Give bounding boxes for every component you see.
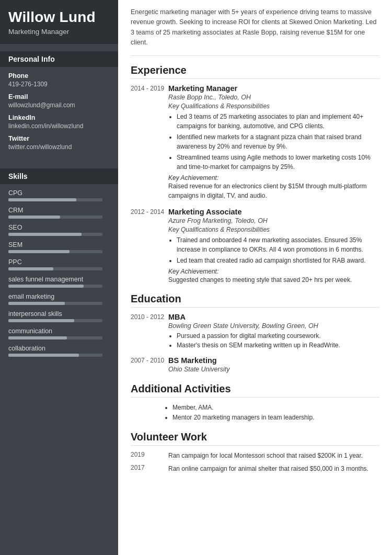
sidebar-header: Willow Lund Marketing Manager (0, 0, 118, 44)
experience-section: Experience 2014 - 2019 Marketing Manager… (131, 64, 379, 285)
skill-item: collaboration (8, 345, 110, 357)
skill-item: SEM (8, 241, 110, 253)
contact-label: Twitter (8, 135, 110, 142)
bullet-item: Led team that created radio ad campaign … (177, 256, 379, 265)
edu-bullet: Master's thesis on SEM marketing written… (177, 341, 379, 350)
personal-info-heading: Personal Info (0, 51, 118, 67)
experience-entry: 2012 - 2014 Marketing Associate Azure Fr… (131, 208, 379, 285)
skill-bar-bg (8, 285, 102, 288)
achievement-label: Key Achievement: (168, 174, 379, 182)
volunteer-section: Volunteer Work 2019 Ran campaign for loc… (131, 431, 379, 473)
edu-body: MBA Bowling Green State University, Bowl… (168, 313, 379, 350)
contact-value: willowzlund@gmail.com (8, 101, 110, 109)
skill-name: PPC (8, 258, 110, 266)
education-heading: Education (131, 293, 379, 308)
contact-label: E-mail (8, 93, 110, 100)
main-content: Energetic marketing manager with 5+ year… (118, 0, 392, 555)
edu-bullet: Pursued a passion for digital marketing … (177, 331, 379, 341)
candidate-name: Willow Lund (8, 9, 110, 26)
candidate-title: Marketing Manager (8, 28, 110, 36)
exp-subheading: Key Qualifications & Responsibilities (168, 103, 379, 110)
skill-name: interpersonal skills (8, 310, 110, 318)
activities-heading: Additional Activities (131, 383, 379, 398)
experience-heading: Experience (131, 64, 379, 79)
exp-body: Marketing Manager Rasle Bopp Inc., Toled… (168, 84, 379, 200)
skill-bar-bg (8, 336, 102, 339)
personal-info-section: Phone419-276-1309E-mailwillowzlund@gmail… (0, 67, 118, 161)
bullet-item: Identified new markets for a stagnant pi… (177, 132, 379, 151)
edu-school: Ohio State University (168, 366, 379, 373)
activities-section: Additional Activities Member, AMA.Mentor… (131, 383, 379, 423)
skills-section: CPG CRM SEO SEM PPC sales funnel managem… (0, 184, 118, 370)
skill-bar-fill (8, 354, 79, 357)
edu-body: BS Marketing Ohio State University (168, 356, 379, 375)
edu-dates: 2007 - 2010 (131, 356, 168, 375)
experience-entry: 2014 - 2019 Marketing Manager Rasle Bopp… (131, 84, 379, 200)
skill-bar-fill (8, 198, 76, 201)
sidebar: Willow Lund Marketing Manager Personal I… (0, 0, 118, 555)
skill-bar-bg (8, 198, 102, 201)
skill-bar-fill (8, 216, 60, 219)
skill-bar-bg (8, 216, 102, 219)
contact-value: twitter.com/willowzlund (8, 143, 110, 151)
education-entry: 2010 - 2012 MBA Bowling Green State Univ… (131, 313, 379, 350)
skill-bar-fill (8, 233, 82, 236)
edu-degree: MBA (168, 313, 379, 321)
contact-label: Phone (8, 72, 110, 80)
volunteer-text: Ran online campaign for animal shelter t… (168, 464, 368, 473)
summary: Energetic marketing manager with 5+ year… (131, 7, 379, 56)
volunteer-text: Ran campaign for local Montessori school… (168, 451, 363, 460)
contact-item: LinkedInlinkedin.com/in/willowzlund (8, 114, 110, 130)
skill-bar-bg (8, 233, 102, 236)
bullet-item: Trained and onboarded 4 new marketing as… (177, 235, 379, 254)
edu-degree: BS Marketing (168, 356, 379, 365)
skill-item: CRM (8, 207, 110, 219)
contact-value: 419-276-1309 (8, 81, 110, 88)
contact-item: E-mailwillowzlund@gmail.com (8, 93, 110, 109)
volunteer-year: 2017 (131, 464, 168, 473)
volunteer-entry: 2017 Ran online campaign for animal shel… (131, 464, 379, 473)
volunteer-heading: Volunteer Work (131, 431, 379, 446)
edu-bullets: Pursued a passion for digital marketing … (168, 331, 379, 350)
achievement-label: Key Achievement: (168, 268, 379, 275)
exp-body: Marketing Associate Azure Frog Marketing… (168, 208, 379, 285)
resume-layout: Willow Lund Marketing Manager Personal I… (0, 0, 392, 555)
education-section: Education 2010 - 2012 MBA Bowling Green … (131, 293, 379, 375)
skill-bar-fill (8, 319, 74, 322)
skill-bar-fill (8, 250, 70, 253)
edu-dates: 2010 - 2012 (131, 313, 168, 350)
experience-list: 2014 - 2019 Marketing Manager Rasle Bopp… (131, 84, 379, 285)
activity-item: Member, AMA. (172, 403, 379, 413)
exp-dates: 2014 - 2019 (131, 84, 168, 200)
skill-item: communication (8, 327, 110, 339)
exp-title: Marketing Associate (168, 208, 379, 216)
skill-name: SEM (8, 241, 110, 248)
exp-bullets: Trained and onboarded 4 new marketing as… (168, 235, 379, 265)
skill-name: communication (8, 327, 110, 335)
exp-bullets: Led 3 teams of 25 marketing associates t… (168, 112, 379, 172)
skill-item: CPG (8, 189, 110, 201)
contact-item: Phone419-276-1309 (8, 72, 110, 88)
skill-bar-bg (8, 354, 102, 357)
volunteer-list: 2019 Ran campaign for local Montessori s… (131, 451, 379, 473)
skill-name: sales funnel management (8, 276, 110, 283)
skill-item: PPC (8, 258, 110, 270)
exp-company: Rasle Bopp Inc., Toledo, OH (168, 94, 379, 101)
bullet-item: Streamlined teams using Agile methods to… (177, 153, 379, 172)
skill-bar-bg (8, 267, 102, 270)
exp-title: Marketing Manager (168, 84, 379, 93)
achievement-text: Raised revenue for an electronics client… (168, 182, 379, 200)
education-list: 2010 - 2012 MBA Bowling Green State Univ… (131, 313, 379, 375)
contact-value: linkedin.com/in/willowzlund (8, 122, 110, 130)
skill-item: SEO (8, 224, 110, 236)
skill-bar-fill (8, 267, 53, 270)
contact-item: Twittertwitter.com/willowzlund (8, 135, 110, 151)
volunteer-entry: 2019 Ran campaign for local Montessori s… (131, 451, 379, 460)
skills-heading: Skills (0, 168, 118, 184)
skill-bar-fill (8, 302, 65, 305)
skill-name: CRM (8, 207, 110, 214)
skill-item: interpersonal skills (8, 310, 110, 322)
skill-item: sales funnel management (8, 276, 110, 288)
contact-label: LinkedIn (8, 114, 110, 121)
skill-item: email marketing (8, 293, 110, 305)
